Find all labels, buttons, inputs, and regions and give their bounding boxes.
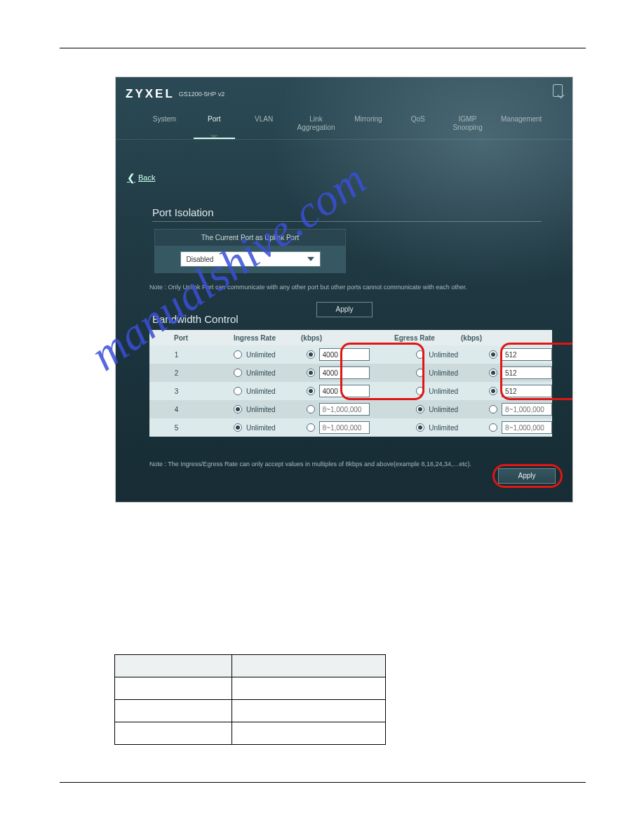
ingress-value-input[interactable] — [319, 366, 370, 379]
nav-vlan[interactable]: VLAN — [243, 112, 285, 139]
egress-unlimited-radio[interactable] — [416, 350, 424, 359]
egress-value-input[interactable] — [502, 366, 552, 379]
col-egress-unit: (kbps) — [457, 334, 513, 342]
ingress-unlimited-radio[interactable] — [234, 350, 242, 359]
brand-logo: ZYXEL — [126, 87, 175, 101]
egress-unlimited-radio[interactable] — [416, 369, 424, 377]
nav-link-aggregation[interactable]: Link Aggregation — [293, 112, 340, 139]
ingress-unlimited-radio[interactable] — [234, 423, 242, 432]
col-ingress-unit: (kbps) — [297, 334, 353, 342]
egress-value-radio[interactable] — [489, 387, 497, 395]
ingress-value-radio[interactable] — [307, 369, 315, 377]
ingress-value-input[interactable] — [319, 421, 370, 434]
egress-unlimited-radio[interactable] — [416, 387, 424, 395]
port-number: 2 — [149, 369, 203, 377]
back-label: Back — [138, 173, 155, 182]
uplink-body: Disabled — [155, 246, 345, 272]
page-bottom-rule — [60, 782, 586, 783]
egress-unlimited-label: Unlimited — [429, 351, 459, 359]
nav-mirroring[interactable]: Mirroring — [347, 112, 389, 139]
egress-unlimited-label: Unlimited — [429, 424, 459, 432]
port-number: 4 — [149, 406, 203, 413]
ingress-value-input[interactable] — [319, 385, 370, 397]
page-top-rule — [60, 48, 586, 48]
port-number: 1 — [149, 351, 203, 359]
table-row — [115, 700, 386, 722]
egress-unlimited-radio[interactable] — [416, 423, 424, 432]
egress-value-radio[interactable] — [489, 423, 497, 432]
ingress-value-radio[interactable] — [307, 405, 315, 413]
col-egress: Egress Rate — [373, 334, 457, 342]
egress-unlimited-label: Unlimited — [429, 369, 459, 377]
bw-row: 2UnlimitedUnlimited — [149, 364, 552, 382]
egress-unlimited-radio[interactable] — [416, 405, 424, 413]
ingress-value-radio[interactable] — [307, 423, 315, 432]
port-number: 3 — [149, 388, 203, 395]
ingress-unlimited-label: Unlimited — [246, 369, 276, 377]
egress-value-radio[interactable] — [489, 405, 497, 413]
nav-system[interactable]: System — [144, 112, 185, 139]
egress-value-radio[interactable] — [489, 350, 497, 359]
nav-port[interactable]: Port — [194, 112, 235, 139]
bw-row: 4UnlimitedUnlimited — [149, 400, 552, 418]
port-isolation-title: Port Isolation — [152, 206, 542, 222]
bw-row: 3UnlimitedUnlimited — [149, 382, 552, 400]
table-row — [115, 722, 386, 745]
ingress-unlimited-label: Unlimited — [246, 406, 276, 413]
model-label: GS1200-5HP v2 — [179, 91, 224, 98]
bandwidth-table: Port Ingress Rate (kbps) Egress Rate (kb… — [149, 330, 552, 437]
egress-value-input[interactable] — [502, 348, 552, 361]
egress-value-input[interactable] — [502, 385, 552, 397]
bandwidth-apply-button[interactable]: Apply — [498, 468, 556, 484]
bw-header-row: Port Ingress Rate (kbps) Egress Rate (kb… — [149, 330, 552, 345]
ingress-value-input[interactable] — [319, 403, 370, 416]
port-isolation-panel: The Current Port as Uplink Port Disabled — [154, 229, 346, 273]
ingress-unlimited-label: Unlimited — [246, 388, 276, 395]
uplink-dropdown[interactable]: Disabled — [180, 251, 321, 267]
egress-unlimited-label: Unlimited — [429, 406, 459, 413]
nav-igmp-snooping[interactable]: IGMP Snooping — [447, 112, 488, 139]
table-header-1 — [115, 655, 232, 677]
egress-value-radio[interactable] — [489, 369, 497, 377]
dropdown-value: Disabled — [187, 256, 214, 263]
bandwidth-control-title: Bandwidth Control — [152, 313, 239, 325]
back-link[interactable]: ❮ Back — [127, 172, 155, 183]
ingress-unlimited-radio[interactable] — [234, 369, 242, 377]
egress-value-input[interactable] — [502, 421, 552, 434]
port-number: 5 — [149, 424, 203, 432]
main-nav: System Port VLAN Link Aggregation Mirror… — [116, 105, 572, 140]
header: ZYXEL GS1200-5HP v2 — [116, 77, 572, 105]
bw-row: 1UnlimitedUnlimited — [149, 345, 552, 364]
ingress-unlimited-label: Unlimited — [246, 424, 276, 432]
bw-row: 5UnlimitedUnlimited — [149, 418, 552, 437]
table-header-2 — [232, 655, 385, 677]
router-ui-screenshot: ZYXEL GS1200-5HP v2 System Port VLAN Lin… — [115, 77, 573, 503]
col-ingress: Ingress Rate — [213, 334, 297, 342]
nav-management[interactable]: Management — [497, 112, 544, 139]
egress-unlimited-label: Unlimited — [429, 388, 459, 395]
col-port: Port — [149, 334, 213, 342]
table-row — [115, 677, 386, 700]
logout-icon[interactable] — [553, 84, 563, 97]
isolation-note: Note : Only Uplink Port can communicate … — [149, 283, 542, 291]
egress-value-input[interactable] — [502, 403, 552, 416]
ingress-value-radio[interactable] — [307, 387, 315, 395]
chevron-left-icon: ❮ — [127, 172, 135, 183]
ingress-unlimited-radio[interactable] — [234, 405, 242, 413]
uplink-header: The Current Port as Uplink Port — [155, 230, 345, 246]
chevron-down-icon — [307, 257, 314, 261]
ingress-value-radio[interactable] — [307, 350, 315, 359]
isolation-apply-button[interactable]: Apply — [316, 302, 373, 317]
ingress-value-input[interactable] — [319, 348, 370, 361]
nav-qos[interactable]: QoS — [397, 112, 438, 139]
ingress-unlimited-radio[interactable] — [234, 387, 242, 395]
bandwidth-note: Note : The Ingress/Egress Rate can only … — [149, 461, 552, 468]
empty-spec-table — [114, 654, 386, 745]
ingress-unlimited-label: Unlimited — [246, 351, 276, 359]
